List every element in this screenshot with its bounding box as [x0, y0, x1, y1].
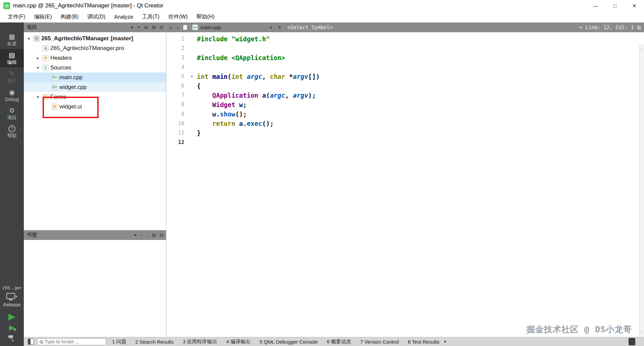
scroll-up-icon[interactable]: ▴	[641, 45, 643, 54]
build-button[interactable]	[8, 334, 16, 343]
edit-icon: ▤	[9, 51, 15, 59]
tree-item-widget-ui[interactable]: ✎widget.ui	[24, 102, 166, 111]
tree-item-265-agritechiotmanager-pro[interactable]: q265_AgritechIoTManager.pro	[24, 43, 166, 53]
run-button[interactable]: ▶	[8, 312, 15, 321]
mode-help[interactable]: ?帮助	[0, 123, 24, 141]
maximize-button[interactable]: □	[605, 0, 625, 11]
menu-item-b[interactable]: 构建(B)	[56, 11, 83, 22]
output-pane-expand-icon[interactable]: ▾	[444, 339, 446, 344]
monitor-icon	[6, 293, 15, 299]
close-pane-icon[interactable]: ⊟	[160, 25, 163, 30]
mode-list: ▦欢迎▤编辑✎设计◉Debug⚙项目?帮助	[0, 31, 24, 141]
app-icon: Qt	[3, 2, 10, 9]
code-line-8: 8 Widget w;	[166, 100, 644, 109]
menu-item-analyze[interactable]: Analyze	[110, 11, 138, 22]
menu-item-h[interactable]: 帮助(H)	[192, 11, 219, 22]
help-icon: ?	[8, 125, 15, 132]
menu-bar: 文件(F)编辑(E)构建(B)调试(D)Analyze工具(T)控件(W)帮助(…	[0, 11, 644, 22]
menu-item-f[interactable]: 文件(F)	[3, 11, 30, 22]
next-bookmark-icon[interactable]: ›	[146, 232, 148, 238]
mode-design[interactable]: ✎设计	[0, 67, 24, 86]
kit-selector[interactable]: 265…ger ▸ Release	[0, 285, 24, 307]
forward-button[interactable]: ›	[176, 24, 180, 31]
mode-label-edit: 编辑	[7, 59, 17, 65]
sync-with-editor-icon[interactable]: ⇄	[144, 25, 148, 30]
pane-dropdown-icon[interactable]: ▾	[131, 25, 133, 30]
mode-label-help: 帮助	[7, 133, 17, 139]
editor-dropdown-icon[interactable]: ▾	[580, 25, 582, 30]
right-column: 项目 ▾ ▼ ⇄ ⊞ ⊟ ▾Q265_AgritechIoTManager [m…	[24, 22, 644, 346]
output-pane-button-2-search-results[interactable]: 2 Search Results	[136, 339, 174, 345]
code-line-12: 12	[166, 138, 644, 147]
code-editor[interactable]: 1#include "widget.h"23#include <QApplica…	[166, 32, 644, 337]
file-dropdown-icon: ▾	[270, 25, 272, 30]
tree-item-headers[interactable]: ▸hHeaders	[24, 53, 166, 63]
scroll-down-icon[interactable]: ▾	[641, 327, 643, 336]
open-file-selector[interactable]: C+ main.cpp ▾	[190, 23, 274, 31]
editor-toolbar: ‹ › C+ main.cpp ▾ × <Select Symbol> ▾ Li…	[166, 22, 644, 32]
tree-item-main-cpp[interactable]: C+main.cpp	[24, 72, 166, 82]
close-button[interactable]: ×	[625, 0, 644, 11]
project-tree: ▾Q265_AgritechIoTManager [master]q265_Ag…	[24, 32, 166, 230]
split-pane-icon[interactable]: ⊞	[152, 233, 156, 238]
run-debug-button[interactable]: ▶	[9, 324, 15, 331]
toggle-sidebar-button[interactable]	[28, 339, 34, 345]
mode-debug[interactable]: ◉Debug	[0, 86, 24, 104]
tree-item-widget-cpp[interactable]: C+widget.cpp	[24, 82, 166, 92]
output-pane-button-3[interactable]: 3 应用程序输出	[183, 339, 217, 345]
output-pane-button-6[interactable]: 6 概要信息	[327, 339, 352, 345]
status-bar-corner-box	[629, 338, 635, 345]
editor-scrollbar[interactable]: ▴ ▾	[639, 44, 644, 337]
mode-label-projects: 项目	[7, 115, 17, 121]
menu-item-e[interactable]: 编辑(E)	[30, 11, 56, 22]
window-controls: — □ ×	[586, 0, 644, 11]
code-line-9: 9 w.show();	[166, 109, 644, 119]
output-pane-button-7-version-control[interactable]: 7 Version Control	[360, 339, 399, 345]
fold-marker-icon[interactable]: ▾	[187, 72, 197, 81]
mode-welcome[interactable]: ▦欢迎	[0, 31, 24, 49]
sources-folder-icon: c	[43, 65, 49, 71]
menu-item-t[interactable]: 工具(T)	[138, 11, 164, 22]
split-pane-icon[interactable]: ⊞	[152, 25, 156, 30]
tree-item-265-agritechiotmanager-master[interactable]: ▾Q265_AgritechIoTManager [master]	[24, 34, 166, 43]
close-file-button[interactable]: ×	[277, 24, 283, 31]
output-pane-buttons: 1 问题2 Search Results3 应用程序输出4 编译输出5 QML …	[112, 339, 439, 345]
back-button[interactable]: ‹	[169, 24, 173, 31]
current-file-name: main.cpp	[201, 24, 221, 30]
welcome-icon: ▦	[9, 33, 15, 40]
locator[interactable]	[37, 338, 106, 345]
line-number: 3	[166, 53, 187, 62]
menu-item-w[interactable]: 控件(W)	[164, 11, 192, 22]
output-pane-button-8-test-results[interactable]: 8 Test Results	[408, 339, 439, 345]
expander-icon[interactable]: ▾	[35, 65, 41, 70]
output-pane-button-5-qml-debugger-console[interactable]: 5 QML Debugger Console	[260, 339, 318, 345]
tree-item-sources[interactable]: ▾cSources	[24, 63, 166, 72]
line-number: 6	[166, 81, 187, 91]
open-documents-icon[interactable]	[183, 24, 187, 30]
expander-icon[interactable]: ▾	[26, 36, 32, 41]
minimize-button[interactable]: —	[586, 0, 605, 11]
pane-dropdown-icon[interactable]: ▾	[134, 233, 137, 238]
filter-icon[interactable]: ▼	[137, 26, 140, 29]
locator-input[interactable]	[45, 339, 105, 344]
tree-item-label: 265_AgritechIoTManager.pro	[50, 45, 124, 52]
tree-item-forms[interactable]: ▾FForms	[24, 92, 166, 102]
projects-pane-header: 项目 ▾ ▼ ⇄ ⊞ ⊟	[24, 22, 166, 32]
expander-icon[interactable]: ▸	[35, 56, 41, 60]
output-pane-button-4[interactable]: 4 编译输出	[226, 339, 251, 345]
mode-projects[interactable]: ⚙项目	[0, 104, 24, 123]
close-pane-icon[interactable]: ⊟	[160, 233, 163, 238]
window-title: main.cpp @ 265_AgritechIoTManager [maste…	[13, 2, 163, 9]
output-pane-button-1[interactable]: 1 问题	[112, 339, 126, 345]
mode-edit[interactable]: ▤编辑	[0, 49, 24, 67]
expander-icon[interactable]: ▾	[35, 95, 41, 99]
code-line-7: 7 QApplication a(argc, argv);	[166, 91, 644, 100]
code-text: }	[197, 128, 201, 138]
watermark: 掘金技术社区 @ DS小龙哥	[527, 325, 632, 334]
bookmarks-pane-toolbar: ▾ ‹ › ⊞ ⊟	[134, 232, 163, 238]
menu-item-d[interactable]: 调试(D)	[83, 11, 110, 22]
cpp-file-icon: C+	[52, 84, 58, 90]
symbol-selector[interactable]: <Select Symbol>	[285, 24, 335, 31]
split-editor-button[interactable]: ⊞	[637, 24, 641, 31]
prev-bookmark-icon[interactable]: ‹	[141, 232, 142, 238]
